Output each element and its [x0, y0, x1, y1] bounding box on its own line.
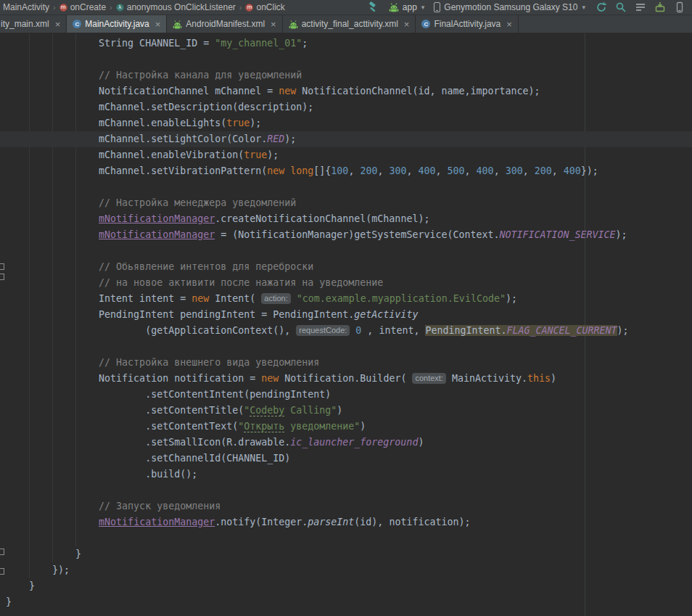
close-icon[interactable]: ×: [404, 20, 410, 29]
code-line[interactable]: [0, 52, 692, 67]
code-line[interactable]: mChannel.setLightColor(Color.RED);: [0, 131, 692, 147]
code-line[interactable]: // Запуск уведомления: [0, 498, 692, 514]
code-line[interactable]: .setChannelId(CHANNEL_ID): [0, 451, 692, 467]
breadcrumb-item[interactable]: MainActivity: [1, 2, 51, 12]
tab-label: activity_final_acttivity.xml: [302, 19, 398, 29]
method-icon: m: [245, 4, 253, 12]
toolbar-right: app ▾ Genymotion Samsung Galaxy S10 ▾: [366, 1, 688, 14]
code-line[interactable]: mChannel.enableLights(true);: [0, 115, 692, 131]
java-class-icon: C: [73, 20, 81, 28]
code-editor[interactable]: String CHANNEL_ID = "my_channel_01"; // …: [0, 33, 692, 616]
sdk-manager-icon[interactable]: [654, 1, 667, 14]
tab-label: ity_main.xml: [1, 19, 49, 29]
sync-project-icon[interactable]: [595, 1, 608, 14]
avd-manager-icon[interactable]: [673, 1, 686, 14]
code-line[interactable]: .setContentIntent(pendingIntent): [0, 387, 692, 403]
breadcrumb-separator: ›: [237, 3, 244, 12]
breadcrumb-label: onClick: [256, 2, 284, 12]
code-line[interactable]: }: [0, 578, 692, 594]
java-class-icon: C: [421, 20, 430, 28]
code-line[interactable]: .setContentTitle("Codeby Calling"): [0, 403, 692, 419]
breadcrumb-label: MainActivity: [3, 2, 49, 12]
tab-activity-final-acttivity-xml[interactable]: activity_final_acttivity.xml×: [283, 15, 416, 33]
main-toolbar: MainActivity›monCreate›λanonymous OnClic…: [0, 0, 692, 15]
code-line[interactable]: [0, 179, 692, 195]
breadcrumb-item[interactable]: monCreate: [58, 2, 107, 12]
code-line[interactable]: // Настройка внешнего вида уведомления: [0, 355, 692, 371]
breadcrumb-separator: ›: [51, 3, 58, 12]
device-label: Genymotion Samsung Galaxy S10: [444, 2, 577, 12]
code-line[interactable]: .setContentText("Открыть уведомление"): [0, 419, 692, 435]
anonymous-class-icon: λ: [116, 4, 124, 12]
android-robot-icon: [389, 2, 399, 12]
code-line[interactable]: NotificationChannel mChannel = new Notif…: [0, 83, 692, 99]
close-icon[interactable]: ×: [155, 20, 161, 29]
gutter-mark-icon[interactable]: [0, 274, 4, 280]
breadcrumb-item[interactable]: monClick: [244, 2, 286, 12]
code-line[interactable]: mChannel.enableVibration(true);: [0, 147, 692, 163]
close-icon[interactable]: ×: [506, 20, 512, 29]
event-log-icon[interactable]: [634, 1, 647, 14]
code-line[interactable]: mChannel.setVibrationPattern(new long[]{…: [0, 163, 692, 179]
code-line[interactable]: mNotificationManager.createNotificationC…: [0, 211, 692, 227]
code-line[interactable]: // Настройка канала для уведомлений: [0, 67, 692, 83]
code-line[interactable]: });: [0, 562, 692, 578]
code-line[interactable]: .setSmallIcon(R.drawable.ic_launcher_for…: [0, 435, 692, 451]
breadcrumb-item[interactable]: λanonymous OnClickListener: [115, 2, 237, 12]
tab-label: AndroidManifest.xml: [186, 19, 265, 29]
code-line[interactable]: Intent intent = new Intent( action: "com…: [0, 291, 692, 307]
close-icon[interactable]: ×: [271, 20, 276, 29]
breadcrumb-label: anonymous OnClickListener: [127, 2, 236, 12]
run-config-label: app: [403, 2, 417, 12]
gutter-mark-icon[interactable]: [0, 549, 4, 555]
code-line[interactable]: // на новое активити после нажатия на ув…: [0, 275, 692, 291]
breadcrumb: MainActivity›monCreate›λanonymous OnClic…: [1, 2, 287, 12]
android-studio-window: MainActivity›monCreate›λanonymous OnClic…: [0, 0, 692, 616]
editor-tab-bar: ity_main.xml×CMainActivity.java×AndroidM…: [0, 15, 692, 33]
android-file-icon: [173, 20, 182, 29]
code-line[interactable]: [0, 482, 692, 498]
chevron-down-icon: ▾: [421, 4, 425, 11]
code-line[interactable]: // Настройка менеджера уведомлений: [0, 195, 692, 211]
run-config-dropdown[interactable]: app ▾: [389, 2, 425, 12]
code-line[interactable]: Notification notification = new Notifica…: [0, 371, 692, 387]
code-line[interactable]: [0, 243, 692, 259]
build-hammer-icon[interactable]: [366, 1, 379, 14]
code-line[interactable]: // Обьявление интентов для переброски: [0, 259, 692, 275]
chevron-down-icon: ▾: [582, 4, 585, 11]
code-line[interactable]: [0, 339, 692, 355]
breadcrumb-separator: ›: [107, 3, 115, 12]
toolbar-icon-cluster: [595, 1, 686, 14]
code-area: String CHANNEL_ID = "my_channel_01"; // …: [0, 36, 692, 610]
code-line[interactable]: }: [0, 594, 692, 610]
android-file-icon: [289, 20, 298, 29]
method-icon: m: [59, 4, 67, 12]
tab-label: MainActivity.java: [85, 19, 149, 29]
code-line[interactable]: String CHANNEL_ID = "my_channel_01";: [0, 36, 692, 52]
code-line[interactable]: mNotificationManager = (NotificationMana…: [0, 227, 692, 243]
breadcrumb-label: onCreate: [70, 2, 106, 12]
device-dropdown[interactable]: Genymotion Samsung Galaxy S10 ▾: [434, 2, 585, 12]
code-line[interactable]: [0, 530, 692, 546]
code-line[interactable]: mChannel.setDescription(description);: [0, 99, 692, 115]
tab-finalacttivity-java[interactable]: CFinalActtivity.java×: [416, 15, 518, 33]
tab-ity-main-xml[interactable]: ity_main.xml×: [0, 15, 67, 33]
tab-label: FinalActtivity.java: [434, 19, 501, 29]
gutter-mark-icon[interactable]: [0, 568, 4, 575]
code-line[interactable]: .build();: [0, 467, 692, 482]
code-line[interactable]: (getApplicationContext(), requestCode: 0…: [0, 323, 692, 339]
phone-icon: [434, 2, 440, 12]
close-icon[interactable]: ×: [55, 20, 61, 29]
code-line[interactable]: mNotificationManager.notify(Integer.pars…: [0, 514, 692, 530]
code-line[interactable]: }: [0, 546, 692, 562]
gutter-mark-icon[interactable]: [0, 263, 4, 270]
tab-mainactivity-java[interactable]: CMainActivity.java×: [67, 15, 167, 33]
attach-debugger-icon[interactable]: [614, 1, 627, 14]
code-line[interactable]: PendingIntent pendingIntent = PendingInt…: [0, 307, 692, 323]
tab-androidmanifest-xml[interactable]: AndroidManifest.xml×: [167, 15, 282, 33]
